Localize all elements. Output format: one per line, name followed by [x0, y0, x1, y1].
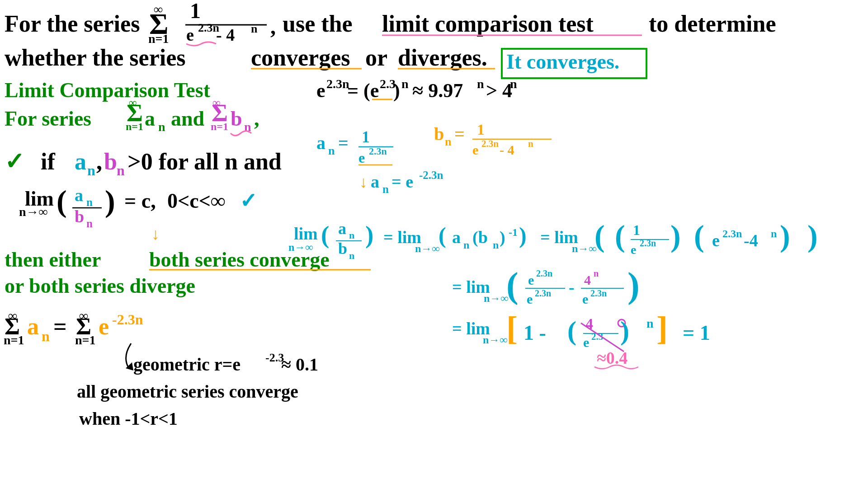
bn-denom-n: n — [528, 138, 533, 149]
an-simplified: a — [371, 172, 379, 191]
down-arrow2: ↓ — [151, 225, 160, 243]
or-both-diverge: or both series diverge — [5, 274, 195, 297]
lim2-paren2-r: ) — [519, 223, 527, 248]
if-bn-sub: n — [117, 162, 125, 178]
sigma-sum-upper: ∞ — [8, 309, 17, 323]
math-svg: text { font-family: 'Comic Sans MS', 'Ch… — [0, 0, 868, 488]
an-denom-e: e — [359, 150, 365, 166]
e-identity-left: e — [316, 80, 326, 102]
an-eq-label: a — [316, 133, 326, 153]
bn-num: 1 — [477, 121, 485, 138]
e2-label: e — [712, 231, 720, 250]
lim2-an-sub: n — [349, 230, 354, 241]
line2-whether: whether the series — [5, 45, 186, 70]
bn-denom-minus: - 4 — [500, 142, 514, 157]
inner-num: 1 — [633, 222, 640, 238]
paren6-l: ( — [506, 265, 519, 305]
an-eq-sign: = — [338, 133, 349, 153]
e2-exp: 2.3n — [722, 228, 742, 239]
line1-for-the-series: For the series — [5, 11, 140, 37]
comma-if: , — [96, 149, 102, 174]
big-paren-5-l: ( — [694, 219, 704, 253]
bn-eq-sign: = — [454, 124, 465, 144]
if-label: if — [41, 149, 55, 174]
frac-bn-sub: n — [86, 217, 93, 230]
an-sub: n — [158, 120, 165, 134]
bn-denom-e: e — [472, 142, 478, 157]
lim2-bn-sub: n — [349, 250, 354, 261]
limit-comparison-test-title: Limit Comparison Test — [5, 79, 211, 102]
lim2-bn2-sub: n — [493, 239, 499, 251]
n-exp-3: n — [510, 77, 517, 91]
bn-label: b — [231, 107, 242, 130]
converges-word: converges — [251, 45, 350, 70]
an-label: a — [145, 107, 155, 130]
sq-bracket-r: ] — [656, 310, 668, 347]
zero-c-inf: 0<c<∞ — [167, 189, 226, 212]
frac-an: a — [75, 186, 83, 205]
bn-eq-sub: n — [445, 135, 452, 148]
sigma-bn-lower: n=1 — [211, 121, 228, 132]
paren6-r: ) — [627, 265, 640, 305]
comma1: , — [270, 14, 276, 38]
e-neg-exp: e — [99, 314, 109, 339]
frac3-denom-e: e — [582, 291, 588, 306]
lim2-paren2-l: ( — [439, 223, 446, 248]
lim3-sub: n→∞ — [484, 292, 508, 304]
an-num: 1 — [362, 128, 370, 146]
lim2-neg1: -1 — [509, 226, 518, 238]
an-denom-exp: 2.3n — [369, 145, 387, 157]
frac2-denom-exp: 2.3n — [535, 288, 551, 298]
eq-1-final: = 1 — [683, 321, 710, 344]
gt-zero: >0 for all n and — [127, 149, 282, 174]
sigma-bn-upper: ∞ — [212, 97, 220, 108]
both-series-converge: both series converge — [149, 248, 330, 271]
frac-denom-4exp: n — [251, 22, 258, 35]
frac-numerator: 1 — [190, 0, 201, 23]
n-exp-4: n — [771, 228, 777, 239]
it-converges-text: It converges. — [506, 50, 619, 73]
bn-eq-label: b — [434, 124, 444, 144]
sigma-sum-right-lower: n=1 — [75, 333, 96, 347]
lim2-an2-sub: n — [463, 239, 469, 251]
to-determine: to determine — [649, 11, 776, 37]
if-an: a — [75, 149, 86, 174]
all-geometric: all geometric series converge — [77, 381, 298, 402]
paren7-l: ( — [567, 316, 576, 346]
sigma-sum-lower: n=1 — [4, 333, 24, 347]
gt-4n: > 4 — [486, 80, 512, 102]
sum-an-label: a — [27, 314, 39, 339]
diverges-word: diverges. — [398, 45, 487, 70]
frac2-num-e: e — [528, 272, 534, 287]
frac2-num-exp: 2.3n — [536, 268, 552, 278]
limit-comparison-test: limit comparison test — [382, 11, 594, 37]
frac-denom-minus: - 4 — [216, 25, 235, 44]
big-paren-right: ) — [105, 184, 115, 218]
sigma-sum-right-upper: ∞ — [79, 309, 88, 323]
n-exp-final: n — [646, 316, 654, 330]
geometric-r: geometric r=e — [133, 354, 241, 375]
e-identity-eq: = (e — [347, 80, 379, 102]
lim4-sub: n→∞ — [483, 334, 507, 346]
big-paren-4-r: ) — [670, 219, 681, 253]
frac-bn: b — [75, 207, 84, 226]
eq-c: = c, — [124, 189, 156, 212]
e-identity-paren: ) — [393, 80, 400, 102]
approx-sign: ≈ 9.97 — [412, 80, 463, 102]
an-eq2: = e — [392, 172, 413, 191]
if-bn: b — [104, 149, 117, 174]
sigma1-lower: n=1 — [148, 32, 169, 46]
and-label: and — [171, 107, 205, 130]
frac3-denom-exp: 2.3n — [590, 288, 607, 298]
comma-bn: , — [254, 107, 259, 130]
or-word: or — [365, 45, 387, 70]
when-range: when -1<r<1 — [79, 408, 178, 429]
lim2-sub3: n→∞ — [572, 243, 596, 254]
sum-eq: = — [53, 314, 67, 339]
n-exp-2: n — [477, 77, 484, 91]
paren7-r: ) — [620, 316, 629, 346]
approx-04: ≈0.4 — [597, 348, 627, 367]
sigma1-upper: ∞ — [154, 2, 163, 16]
sq-bracket-l: [ — [506, 310, 518, 347]
frac-an-sub: n — [86, 196, 93, 208]
